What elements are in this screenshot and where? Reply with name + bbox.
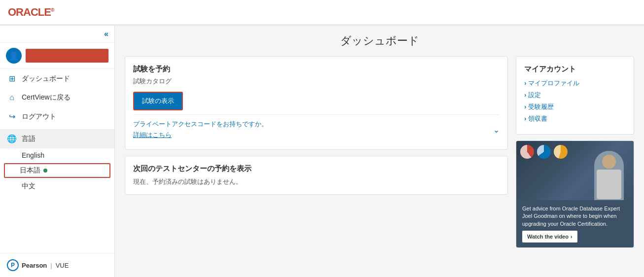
details-link[interactable]: 詳細はこちら [133,131,268,139]
pie-chart-3 [554,145,568,159]
top-header: ORACLE® [0,0,644,26]
content-grid: 試験を予約 試験カタログ 試験の表示 プライベートアクセスコードをお持ちですか。… [125,56,634,248]
pearson-label: Pearson [22,262,47,269]
sidebar: « 👤 ⊞ ダッシュボード ⌂ CertViewに戻る ↪ ログアウト 🌐 言語 [0,26,115,277]
show-exam-button[interactable]: 試験の表示 [133,92,183,110]
language-header: 🌐 言語 [0,129,114,148]
promo-video-card: Get advice from Oracle Database Expert J… [516,140,634,248]
vue-label: VUE [56,262,69,269]
private-access-row: プライベートアクセスコードをお持ちですか。 詳細はこちら ⌄ [133,114,500,141]
avatar: 👤 [6,48,22,64]
person-head [602,155,616,169]
user-name-box [26,49,108,63]
dashboard-icon: ⊞ [7,74,17,83]
sidebar-footer: P Pearson | VUE [0,253,114,277]
lang-english-label: English [22,151,44,159]
sidebar-collapse-area: « [0,26,114,43]
watch-video-button[interactable]: Watch the video › [522,231,577,242]
my-account-card: マイアカウント マイプロファイル 設定 受験履歴 領収書 [516,56,634,135]
user-section: 👤 [0,43,114,69]
left-column: 試験を予約 試験カタログ 試験の表示 プライベートアクセスコードをお持ちですか。… [125,56,508,248]
pie-chart-2 [537,145,551,159]
appointments-card: 次回のテストセンターの予約を表示 現在、予約済みの試験はありません。 [125,156,508,195]
right-column: マイアカウント マイプロファイル 設定 受験履歴 領収書 [516,56,634,248]
oracle-registered-mark: ® [51,7,54,12]
sidebar-item-dashboard-label: ダッシュボード [22,74,70,83]
home-icon: ⌂ [7,93,17,102]
pie-chart-1 [520,145,534,159]
main-content: ダッシュボード 試験を予約 試験カタログ 試験の表示 プライベートアクセスコード… [115,26,644,277]
lang-japanese-label: 日本語 [20,166,40,175]
sidebar-item-dashboard[interactable]: ⊞ ダッシュボード [0,69,114,88]
pearson-logo: P [7,259,19,271]
account-link-exam-history[interactable]: 受験履歴 [524,103,626,111]
promo-charts [520,145,568,159]
collapse-button[interactable]: « [104,30,108,38]
logout-icon: ↪ [7,112,17,121]
exam-booking-title: 試験を予約 [133,65,500,74]
watch-video-label: Watch the video [527,234,569,240]
user-icon: 👤 [9,51,19,61]
lang-item-japanese[interactable]: 日本語 [4,163,110,178]
exam-booking-card: 試験を予約 試験カタログ 試験の表示 プライベートアクセスコードをお持ちですか。… [125,56,508,150]
oracle-logo: ORACLE® [8,6,54,19]
sidebar-item-certview-label: CertViewに戻る [22,93,71,102]
lang-item-chinese[interactable]: 中文 [0,179,114,194]
app-body: « 👤 ⊞ ダッシュボード ⌂ CertViewに戻る ↪ ログアウト 🌐 言語 [0,26,644,277]
watch-video-arrow-icon: › [571,234,572,240]
language-label: 言語 [22,135,36,143]
promo-heading: Get advice from Oracle Database Expert J… [522,205,628,228]
sidebar-item-certview[interactable]: ⌂ CertViewに戻る [0,88,114,107]
lang-chinese-label: 中文 [22,182,36,190]
sidebar-item-logout[interactable]: ↪ ログアウト [0,107,114,126]
person-body [597,170,621,199]
private-access-link[interactable]: プライベートアクセスコードをお持ちですか。 [133,120,268,128]
oracle-logo-text: ORACLE [8,6,51,18]
page-title: ダッシュボード [125,34,634,48]
exam-booking-subtitle: 試験カタログ [133,77,500,86]
account-link-receipts[interactable]: 領収書 [524,114,626,123]
accordion-chevron-down-icon[interactable]: ⌄ [493,125,500,135]
account-link-settings[interactable]: 設定 [524,91,626,100]
private-access-content: プライベートアクセスコードをお持ちですか。 詳細はこちら [133,120,268,139]
promo-text-area: Get advice from Oracle Database Expert J… [516,200,634,247]
promo-image [516,141,634,200]
appointments-empty-message: 現在、予約済みの試験はありません。 [133,177,500,186]
my-account-title: マイアカウント [524,65,626,74]
globe-icon: 🌐 [7,134,17,143]
sidebar-item-logout-label: ログアウト [22,112,56,121]
language-section: 🌐 言語 English 日本語 中文 [0,126,114,197]
account-link-profile[interactable]: マイプロファイル [524,79,626,88]
person-silhouette [594,151,624,200]
appointments-title: 次回のテストセンターの予約を表示 [133,164,500,173]
selected-language-indicator [43,169,47,173]
lang-item-english[interactable]: English [0,148,114,162]
